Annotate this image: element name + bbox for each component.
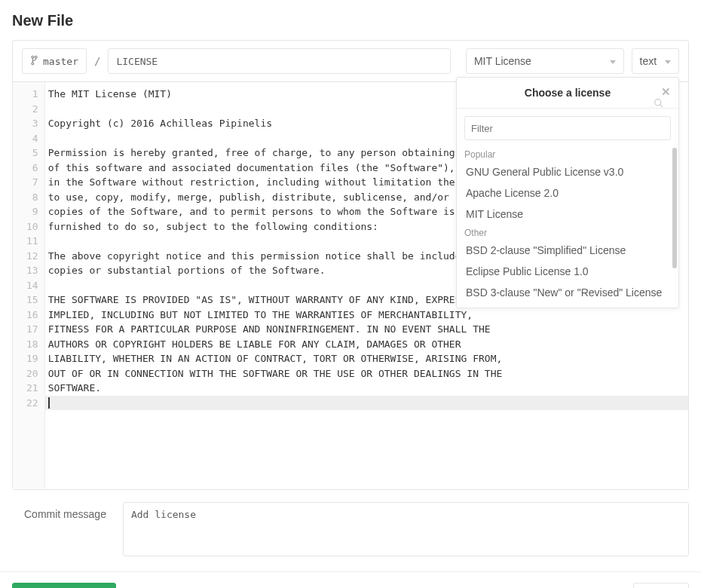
- svg-point-0: [32, 56, 34, 58]
- license-option[interactable]: Eclipse Public License 1.0: [457, 261, 678, 282]
- line-number: 11: [26, 234, 38, 249]
- license-template-select[interactable]: MIT License: [466, 48, 624, 74]
- line-number: 12: [26, 249, 38, 264]
- line-number: 19: [26, 351, 38, 366]
- line-number-gutter: 12345678910111213141516171819202122: [13, 82, 45, 489]
- line-number: 15: [26, 292, 38, 308]
- line-number: 9: [26, 204, 38, 219]
- code-line[interactable]: OUT OF OR IN CONNECTION WITH THE SOFTWAR…: [45, 366, 688, 381]
- code-line[interactable]: AUTHORS OR COPYRIGHT HOLDERS BE LIABLE F…: [45, 337, 688, 352]
- line-number: 13: [26, 263, 38, 278]
- commit-message-label: Commit message: [24, 502, 106, 556]
- license-selected-label: MIT License: [474, 55, 531, 67]
- line-number: 7: [26, 175, 38, 190]
- action-bar: Commit Changes Cancel: [12, 572, 689, 588]
- license-section-header: Popular: [457, 146, 678, 161]
- line-number: 21: [26, 381, 38, 396]
- branch-icon: [30, 55, 38, 68]
- license-option[interactable]: Apache License 2.0: [457, 182, 678, 204]
- close-icon[interactable]: ✕: [661, 85, 671, 99]
- file-editor: master / MIT License text Choose a licen…: [12, 40, 689, 490]
- code-line[interactable]: SOFTWARE.: [45, 381, 688, 396]
- syntax-selected-label: text: [640, 55, 657, 67]
- chevron-down-icon: [610, 55, 616, 67]
- path-separator: /: [94, 55, 100, 67]
- license-dropdown-title: Choose a license: [525, 87, 611, 99]
- scrollbar-thumb[interactable]: [672, 148, 677, 268]
- license-option[interactable]: MIT License: [457, 204, 678, 225]
- code-line[interactable]: LIABILITY, WHETHER IN AN ACTION OF CONTR…: [45, 351, 688, 366]
- line-number: 6: [26, 161, 38, 176]
- branch-name: master: [43, 56, 78, 67]
- code-line[interactable]: [45, 396, 688, 411]
- line-number: 10: [26, 219, 38, 234]
- line-number: 20: [26, 366, 38, 381]
- line-number: 1: [26, 87, 38, 102]
- page-title: New File: [12, 12, 689, 29]
- branch-select[interactable]: master: [22, 48, 87, 74]
- line-number: 17: [26, 322, 38, 337]
- license-dropdown-list: PopularGNU General Public License v3.0Ap…: [457, 145, 678, 308]
- line-number: 14: [26, 278, 38, 293]
- line-number: 8: [26, 190, 38, 205]
- license-filter-input[interactable]: [464, 116, 671, 140]
- search-icon: [654, 98, 663, 110]
- license-dropdown-header: Choose a license ✕: [457, 78, 678, 109]
- filename-input[interactable]: [108, 48, 451, 74]
- license-option[interactable]: GNU General Public License v3.0: [457, 161, 678, 182]
- code-line[interactable]: FITNESS FOR A PARTICULAR PURPOSE AND NON…: [45, 322, 688, 337]
- license-option[interactable]: BSD 2-clause "Simplified" License: [457, 240, 678, 261]
- license-option[interactable]: BSD 3-clause "New" or "Revised" License: [457, 282, 678, 303]
- license-section-header: Other: [457, 225, 678, 240]
- line-number: 3: [26, 116, 38, 131]
- svg-point-3: [655, 100, 661, 106]
- line-number: 4: [26, 131, 38, 146]
- license-dropdown: Choose a license ✕ PopularGNU General Pu…: [456, 77, 679, 308]
- line-number: 2: [26, 102, 38, 117]
- code-line[interactable]: IMPLIED, INCLUDING BUT NOT LIMITED TO TH…: [45, 308, 688, 323]
- line-number: 22: [26, 396, 38, 411]
- commit-message-row: Commit message: [12, 490, 689, 571]
- line-number: 5: [26, 145, 38, 161]
- commit-message-input[interactable]: [123, 502, 689, 556]
- syntax-select[interactable]: text: [632, 48, 679, 74]
- file-header: master / MIT License text Choose a licen…: [13, 41, 688, 82]
- svg-line-4: [660, 105, 663, 107]
- chevron-down-icon: [665, 55, 671, 67]
- svg-point-2: [32, 62, 34, 64]
- line-number: 18: [26, 337, 38, 352]
- cancel-button[interactable]: Cancel: [633, 583, 689, 588]
- commit-changes-button[interactable]: Commit Changes: [12, 583, 116, 588]
- line-number: 16: [26, 308, 38, 323]
- svg-point-1: [35, 56, 37, 58]
